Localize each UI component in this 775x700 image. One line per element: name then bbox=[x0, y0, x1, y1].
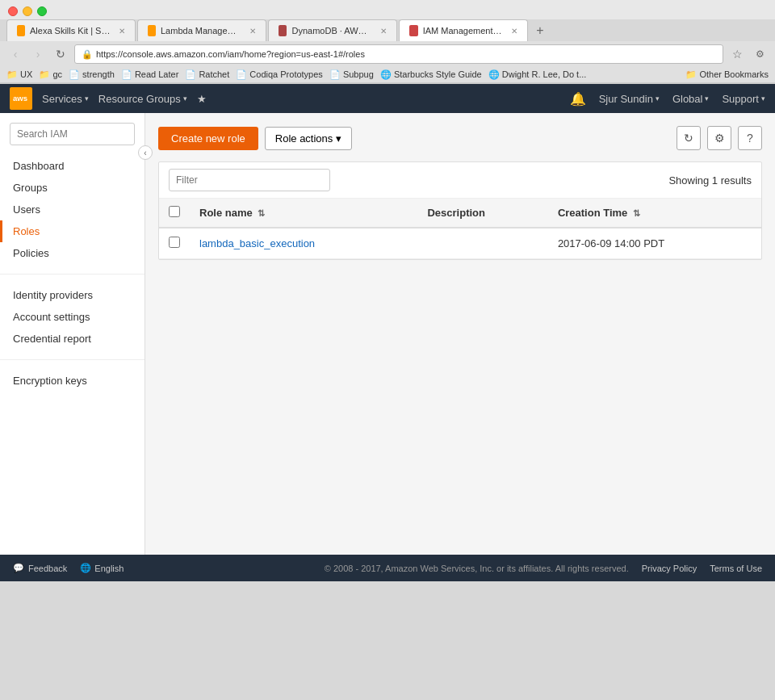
filter-input[interactable] bbox=[169, 169, 330, 191]
sidebar-item-dashboard[interactable]: Dashboard bbox=[0, 155, 145, 177]
refresh-button[interactable]: ↻ bbox=[677, 126, 701, 150]
bookmark-star-nav[interactable]: ★ bbox=[197, 93, 207, 105]
select-all-checkbox[interactable] bbox=[169, 206, 180, 217]
col-role-name[interactable]: Role name ⇅ bbox=[190, 199, 417, 228]
sidebar-item-groups[interactable]: Groups bbox=[0, 177, 145, 199]
bookmark-gc[interactable]: 📁 gc bbox=[39, 69, 62, 80]
resource-groups-label: Resource Groups bbox=[98, 93, 181, 105]
feedback-label: Feedback bbox=[28, 564, 67, 573]
sidebar-item-account-settings[interactable]: Account settings bbox=[0, 306, 145, 328]
sidebar-dashboard-label: Dashboard bbox=[13, 160, 65, 172]
services-menu[interactable]: Services ▾ bbox=[42, 93, 89, 105]
tab-lambda-close[interactable]: ✕ bbox=[249, 27, 256, 36]
help-icon: ? bbox=[747, 132, 753, 145]
main-content: Create new role Role actions ▾ ↻ ⚙ ? bbox=[145, 113, 775, 555]
tab-dynamodb-close[interactable]: ✕ bbox=[380, 27, 387, 36]
sidebar-encryption-label: Encryption keys bbox=[13, 375, 87, 387]
sidebar-users-label: Users bbox=[13, 203, 40, 216]
back-button[interactable]: ‹ bbox=[6, 45, 24, 63]
address-bar[interactable]: 🔒 https://console.aws.amazon.com/iam/hom… bbox=[74, 44, 723, 64]
terms-of-use-link[interactable]: Terms of Use bbox=[710, 564, 762, 573]
help-button[interactable]: ? bbox=[738, 126, 762, 150]
tab-lambda-label: Lambda Management Console ... bbox=[161, 26, 241, 36]
support-menu[interactable]: Support ▾ bbox=[722, 93, 765, 105]
bookmark-codiqa[interactable]: 📄 Codiqa Prototypes bbox=[236, 69, 323, 80]
extensions-icon[interactable]: ⚙ bbox=[751, 45, 769, 63]
sidebar-divider bbox=[0, 274, 145, 275]
feedback-button[interactable]: 💬 Feedback bbox=[13, 563, 67, 573]
region-label: Global bbox=[672, 93, 703, 105]
sidebar-item-identity-providers[interactable]: Identity providers bbox=[0, 284, 145, 306]
main-wrapper: ‹ Dashboard Groups Users Roles Policies … bbox=[0, 113, 775, 581]
bookmark-other[interactable]: 📁 Other Bookmarks bbox=[685, 69, 769, 80]
tab-alexa-label: Alexa Skills Kit | Skill Builder B... bbox=[30, 26, 111, 36]
resource-groups-menu[interactable]: Resource Groups ▾ bbox=[98, 93, 187, 105]
sidebar-divider-2 bbox=[0, 359, 145, 360]
sidebar-item-encryption-keys[interactable]: Encryption keys bbox=[0, 370, 145, 392]
sidebar-item-policies[interactable]: Policies bbox=[0, 242, 145, 264]
bell-icon[interactable]: 🔔 bbox=[570, 91, 586, 107]
language-selector[interactable]: 🌐 English bbox=[80, 563, 124, 573]
row-checkbox[interactable] bbox=[169, 237, 180, 248]
bookmark-ux[interactable]: 📁 UX bbox=[6, 69, 32, 80]
col-description-label: Description bbox=[427, 207, 485, 219]
bookmark-read-later[interactable]: 📄 Read Later bbox=[121, 69, 178, 80]
bookmark-strength[interactable]: 📄 strength bbox=[69, 69, 115, 80]
select-all-cell bbox=[159, 199, 190, 228]
table-container: Showing 1 results Role name ⇅ bbox=[158, 161, 762, 260]
tab-lambda[interactable]: Lambda Management Console ... ✕ bbox=[137, 19, 266, 41]
settings-icon: ⚙ bbox=[714, 132, 725, 145]
refresh-icon: ↻ bbox=[684, 132, 693, 145]
tab-dynamodb-label: DynamoDB · AWS Console bbox=[291, 26, 372, 36]
actions-caret-icon: ▾ bbox=[336, 132, 341, 145]
table-filter-row: Showing 1 results bbox=[159, 162, 761, 199]
privacy-policy-link[interactable]: Privacy Policy bbox=[642, 564, 697, 573]
col-role-name-label: Role name bbox=[199, 207, 253, 219]
services-caret: ▾ bbox=[85, 94, 89, 103]
sidebar-item-roles[interactable]: Roles bbox=[0, 220, 145, 242]
services-label: Services bbox=[42, 93, 82, 105]
minimize-button[interactable] bbox=[23, 6, 32, 16]
aws-topnav: aws Services ▾ Resource Groups ▾ ★ 🔔 Sju… bbox=[0, 84, 775, 113]
footer: 💬 Feedback 🌐 English © 2008 - 2017, Amaz… bbox=[0, 555, 775, 581]
address-bar-row: ‹ › ↻ 🔒 https://console.aws.amazon.com/i… bbox=[0, 41, 775, 67]
sidebar-account-label: Account settings bbox=[13, 311, 90, 323]
showing-results: Showing 1 results bbox=[668, 174, 752, 187]
sidebar-item-users[interactable]: Users bbox=[0, 199, 145, 220]
bookmark-dwight[interactable]: 🌐 Dwight R. Lee, Do t... bbox=[488, 69, 587, 80]
reload-button[interactable]: ↻ bbox=[52, 45, 69, 63]
tab-iam-label: IAM Management Console bbox=[423, 26, 503, 36]
row-checkbox-cell bbox=[159, 228, 190, 259]
bookmark-starbucks[interactable]: 🌐 Starbucks Style Guide bbox=[380, 69, 482, 80]
region-caret: ▾ bbox=[705, 94, 709, 103]
sidebar-item-credential-report[interactable]: Credential report bbox=[0, 328, 145, 350]
close-button[interactable] bbox=[8, 6, 18, 16]
col-creation-time[interactable]: Creation Time ⇅ bbox=[548, 199, 761, 228]
forward-button[interactable]: › bbox=[29, 45, 47, 63]
aws-logo[interactable]: aws bbox=[10, 87, 32, 110]
bookmarks-bar: 📁 UX 📁 gc 📄 strength 📄 Read Later 📄 Ratc… bbox=[0, 67, 775, 83]
role-name-link[interactable]: lambda_basic_execution bbox=[199, 237, 315, 249]
bookmark-subpug[interactable]: 📄 Subpug bbox=[329, 69, 374, 80]
row-creation-time: 2017-06-09 14:00 PDT bbox=[558, 237, 664, 249]
sidebar-collapse-button[interactable]: ‹ bbox=[138, 145, 153, 160]
tab-iam[interactable]: IAM Management Console ✕ bbox=[399, 19, 528, 41]
bookmark-ratchet[interactable]: 📄 Ratchet bbox=[185, 69, 229, 80]
row-description-cell bbox=[417, 228, 547, 259]
region-menu[interactable]: Global ▾ bbox=[672, 93, 710, 105]
tab-iam-close[interactable]: ✕ bbox=[511, 27, 517, 36]
new-tab-button[interactable]: + bbox=[530, 20, 551, 41]
create-new-role-button[interactable]: Create new role bbox=[158, 127, 258, 150]
content-area: ‹ Dashboard Groups Users Roles Policies … bbox=[0, 113, 775, 555]
col-description: Description bbox=[417, 199, 547, 228]
tab-dynamodb[interactable]: DynamoDB · AWS Console ✕ bbox=[268, 19, 397, 41]
tab-alexa-close[interactable]: ✕ bbox=[119, 27, 125, 36]
settings-button[interactable]: ⚙ bbox=[707, 126, 731, 150]
user-menu[interactable]: Sjur Sundin ▾ bbox=[599, 93, 660, 105]
role-actions-button[interactable]: Role actions ▾ bbox=[265, 127, 353, 150]
bookmark-star[interactable]: ☆ bbox=[728, 45, 746, 63]
maximize-button[interactable] bbox=[37, 6, 47, 16]
search-input[interactable] bbox=[10, 123, 135, 145]
tab-alexa[interactable]: Alexa Skills Kit | Skill Builder B... ✕ bbox=[6, 19, 136, 41]
address-text: https://console.aws.amazon.com/iam/home?… bbox=[96, 49, 365, 59]
